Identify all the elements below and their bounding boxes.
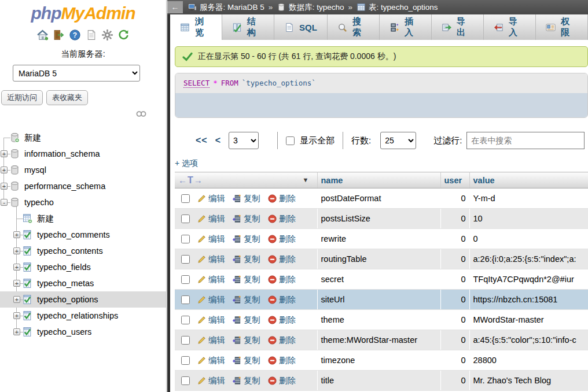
sort-desc-icon[interactable]: ▼ (303, 176, 309, 183)
copy-link[interactable]: 复制 (233, 335, 260, 346)
expand-icon[interactable]: + (1, 167, 8, 173)
edit-link[interactable]: 编辑 (197, 213, 225, 224)
expand-icon[interactable]: + (13, 264, 20, 271)
copy-link[interactable]: 复制 (233, 375, 260, 386)
tree-item-performance_schema[interactable]: +performance_schema (0, 178, 166, 194)
refresh-icon[interactable] (117, 29, 130, 41)
edit-link[interactable]: 编辑 (197, 274, 225, 285)
copy-link[interactable]: 复制 (233, 254, 260, 265)
tab-搜索[interactable]: 搜索 (328, 14, 380, 40)
row-checkbox[interactable] (181, 336, 190, 345)
logout-icon[interactable] (53, 29, 65, 41)
delete-link[interactable]: 删除 (268, 193, 296, 204)
tab-favorites[interactable]: 表收藏夹 (46, 90, 88, 105)
row-checkbox[interactable] (181, 356, 190, 365)
tab-权限[interactable]: 权限 (536, 14, 588, 40)
collapse-icon[interactable]: - (1, 199, 8, 206)
delete-link[interactable]: 删除 (268, 355, 296, 366)
edit-link[interactable]: 编辑 (197, 193, 225, 204)
show-all-checkbox[interactable] (286, 136, 295, 145)
delete-link[interactable]: 删除 (268, 335, 296, 346)
tab-导出[interactable]: 导出 (432, 14, 484, 40)
row-checkbox[interactable] (181, 275, 190, 284)
prev-page-link[interactable]: < (215, 135, 221, 146)
copy-link[interactable]: 复制 (233, 355, 260, 366)
row-checkbox[interactable] (181, 295, 190, 304)
copy-link[interactable]: 复制 (233, 274, 260, 285)
tab-导入[interactable]: 导入 (484, 14, 536, 40)
edit-link[interactable]: 编辑 (197, 254, 225, 265)
expand-icon[interactable]: + (13, 231, 20, 238)
link-icon[interactable] (135, 110, 147, 118)
copy-link[interactable]: 复制 (233, 234, 260, 245)
tree-item-typecho_contents[interactable]: +typecho_contents (0, 243, 166, 259)
row-checkbox[interactable] (181, 376, 190, 385)
settings-icon[interactable] (101, 29, 113, 41)
tab-sql[interactable]: SQL (274, 14, 328, 40)
edit-link[interactable]: 编辑 (197, 335, 225, 346)
delete-link[interactable]: 删除 (268, 213, 296, 224)
expand-icon[interactable]: + (1, 183, 8, 190)
first-page-link[interactable]: << (196, 135, 208, 146)
column-pin-icon[interactable]: T (188, 175, 193, 185)
rows-count-select[interactable]: 25 (380, 132, 416, 149)
edit-link[interactable]: 编辑 (197, 315, 225, 326)
breadcrumb-item[interactable]: 服务器: MariaDB 5 (200, 2, 264, 13)
delete-link[interactable]: 删除 (268, 315, 296, 326)
move-column-left-icon[interactable]: ← (178, 175, 187, 185)
column-header-value[interactable]: value (469, 172, 588, 188)
delete-link[interactable]: 删除 (268, 375, 296, 386)
tree-item-typecho[interactable]: -typecho (0, 194, 166, 210)
tree-item-information_schema[interactable]: +information_schema (0, 146, 166, 162)
copy-link[interactable]: 复制 (233, 315, 260, 326)
expand-icon[interactable]: + (13, 247, 20, 254)
row-checkbox[interactable] (181, 316, 190, 324)
expand-icon[interactable]: + (13, 328, 20, 335)
tab-浏览[interactable]: 浏览 (170, 14, 222, 40)
tree-item-typecho_users[interactable]: +typecho_users (0, 324, 166, 340)
server-select[interactable]: MariaDB 5 (13, 65, 140, 82)
home-icon[interactable] (36, 29, 49, 41)
tab-recent[interactable]: 近期访问 (1, 90, 43, 105)
row-checkbox[interactable] (181, 235, 190, 243)
tree-item-typecho_options[interactable]: +typecho_options (0, 291, 166, 308)
column-header-user[interactable]: user (440, 172, 469, 188)
delete-link[interactable]: 删除 (268, 254, 296, 265)
tree-item--[interactable]: 新建 (0, 210, 166, 227)
edit-link[interactable]: 编辑 (197, 375, 225, 386)
breadcrumb-item[interactable]: 数据库: typecho (289, 2, 344, 13)
delete-link[interactable]: 删除 (268, 294, 296, 305)
row-checkbox[interactable] (181, 215, 190, 223)
row-checkbox[interactable] (181, 255, 190, 264)
delete-link[interactable]: 删除 (268, 234, 296, 245)
tree-item-typecho_fields[interactable]: +typecho_fields (0, 259, 166, 275)
expand-icon[interactable]: + (13, 280, 20, 287)
copy-link[interactable]: 复制 (233, 294, 260, 305)
expand-icon[interactable]: + (13, 312, 20, 319)
tree-item-typecho_relationships[interactable]: +typecho_relationships (0, 308, 166, 324)
expand-icon[interactable]: + (13, 296, 20, 303)
tree-item-typecho_metas[interactable]: +typecho_metas (0, 275, 166, 291)
breadcrumb-item[interactable]: 表: typecho_options (369, 2, 438, 13)
collapse-sidebar-button[interactable]: ← (167, 1, 183, 13)
edit-link[interactable]: 编辑 (197, 294, 225, 305)
edit-link[interactable]: 编辑 (197, 355, 225, 366)
delete-link[interactable]: 删除 (268, 274, 296, 285)
help-icon[interactable]: ? (69, 29, 81, 41)
move-column-right-icon[interactable]: → (194, 175, 203, 185)
tab-插入[interactable]: 插入 (380, 14, 432, 40)
column-header-name[interactable]: name (317, 172, 440, 188)
expand-icon[interactable]: + (1, 150, 8, 157)
copy-link[interactable]: 复制 (233, 213, 260, 224)
copy-link[interactable]: 复制 (233, 193, 260, 204)
tree-item--[interactable]: 新建 (0, 130, 166, 146)
options-toggle-link[interactable]: + 选项 (175, 158, 198, 169)
edit-link[interactable]: 编辑 (197, 234, 225, 245)
tree-item-mysql[interactable]: +mysql (0, 162, 166, 178)
tab-结构[interactable]: 结构 (222, 14, 274, 40)
tree-item-typecho_comments[interactable]: +typecho_comments (0, 227, 166, 243)
page-select[interactable]: 3 (229, 132, 259, 149)
filter-rows-input[interactable] (466, 132, 585, 149)
row-checkbox[interactable] (181, 194, 190, 203)
docs-icon[interactable] (85, 29, 97, 41)
